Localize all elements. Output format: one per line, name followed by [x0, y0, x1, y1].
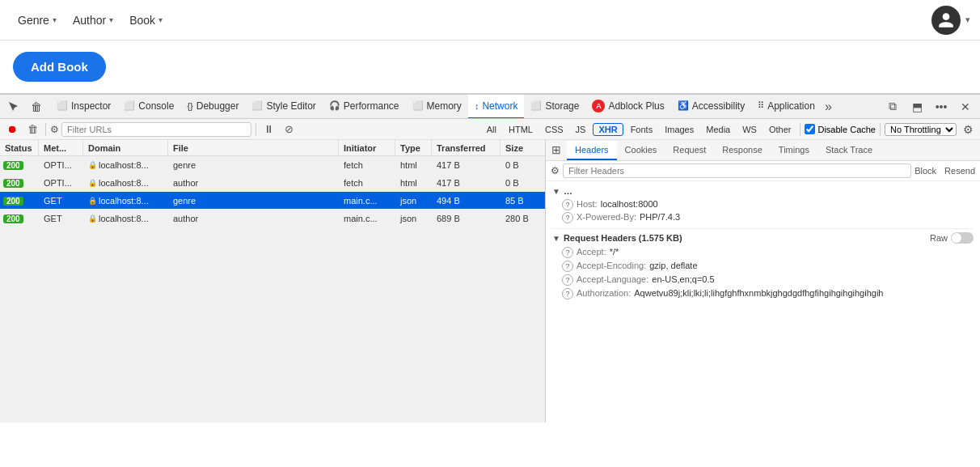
more-options-btn[interactable]: •••: [930, 96, 953, 118]
col-header-transferred: Transferred: [432, 140, 501, 155]
network-icon: ↕: [475, 101, 479, 111]
split-pane-btn[interactable]: ⬒: [906, 96, 928, 118]
disable-cache-checkbox[interactable]: Disable Cache: [805, 124, 876, 134]
header-name: Host:: [577, 199, 598, 209]
nav-item-book[interactable]: Book ▾: [121, 0, 171, 40]
header-value: en-US,en;q=0.5: [652, 274, 714, 284]
tab-headers[interactable]: Headers: [567, 141, 617, 160]
request-headers-section: ▼ Request Headers (1.575 KB) Raw ? Accep…: [552, 228, 974, 299]
close-devtools-btn[interactable]: ✕: [954, 96, 977, 118]
tab-timings[interactable]: Timings: [771, 141, 817, 160]
clear-icon-btn[interactable]: 🗑: [26, 96, 47, 117]
header-value: localhost:8000: [601, 199, 658, 209]
nav-item-author[interactable]: Author ▾: [65, 0, 121, 40]
tab-application[interactable]: ⠿ Application: [751, 95, 822, 119]
filter-urls-input[interactable]: [61, 122, 251, 137]
tab-performance[interactable]: 🎧 Performance: [323, 95, 406, 119]
tab-network[interactable]: ↕ Network: [468, 95, 525, 119]
header-name: Accept:: [577, 247, 606, 257]
resend-button[interactable]: Resend: [944, 166, 975, 176]
tab-cookies[interactable]: Cookies: [617, 141, 665, 160]
col-header-file: File: [168, 140, 339, 155]
tab-console[interactable]: ⬜ Console: [117, 95, 180, 119]
table-row[interactable]: 200 OPTI... 🔒localhost:8... genre fetch …: [0, 156, 545, 174]
help-icon[interactable]: ?: [562, 247, 573, 258]
add-book-button[interactable]: Add Book: [13, 52, 106, 82]
filter-type-all[interactable]: All: [482, 124, 501, 135]
table-row[interactable]: 200 GET 🔒localhost:8... genre main.c... …: [0, 192, 545, 210]
avatar[interactable]: [931, 6, 961, 35]
header-name: Accept-Language:: [577, 274, 648, 284]
table-row[interactable]: 200 GET 🔒localhost:8... author main.c...…: [0, 210, 545, 227]
block-button[interactable]: Block: [915, 166, 936, 176]
tab-debugger[interactable]: {} Debugger: [180, 95, 245, 119]
adblock-icon: A: [592, 100, 605, 113]
raw-toggle-switch[interactable]: [951, 232, 974, 244]
help-icon[interactable]: ?: [562, 288, 573, 299]
col-header-size: Size: [501, 140, 545, 155]
request-header-row-accept-language: ? Accept-Language: en-US,en;q=0.5: [552, 274, 974, 286]
clear-requests-btn[interactable]: ⊘: [281, 121, 298, 138]
filter-type-fonts[interactable]: Fonts: [626, 124, 658, 135]
filter-type-css[interactable]: CSS: [540, 124, 568, 135]
cell-file: author: [168, 214, 339, 223]
help-icon[interactable]: ?: [562, 199, 573, 210]
filter-btn[interactable]: 🗑: [23, 121, 41, 138]
request-headers-title[interactable]: ▼ Request Headers (1.575 KB) Raw: [552, 228, 974, 244]
filter-type-js[interactable]: JS: [571, 124, 591, 135]
header-value: gzip, deflate: [649, 261, 697, 270]
response-headers-title[interactable]: ▼ …: [552, 186, 974, 196]
filter-type-other[interactable]: Other: [764, 124, 796, 135]
request-header-row-authorization: ? Authorization: Aqwetvu89j;kli;lki;li;l…: [552, 288, 974, 299]
cell-initiator: fetch: [339, 160, 395, 170]
cell-method: GET: [39, 196, 83, 206]
help-icon[interactable]: ?: [562, 212, 573, 223]
devtools-tab-bar: 🗑 ⬜ Inspector ⬜ Console {} Debugger ⬜ St…: [0, 95, 980, 119]
cell-transferred: 494 B: [432, 196, 501, 206]
responsive-design-btn[interactable]: ⧉: [881, 96, 904, 118]
avatar-chevron-icon[interactable]: ▾: [965, 15, 970, 25]
cell-method: OPTI...: [39, 160, 83, 170]
cell-file: author: [168, 178, 339, 188]
tab-response[interactable]: Response: [714, 141, 771, 160]
nav-item-genre[interactable]: Genre ▾: [10, 0, 65, 40]
request-detail-tabs: ⊞ Headers Cookies Request Response Timin…: [546, 140, 980, 161]
tab-accessibility[interactable]: ♿ Accessibility: [671, 95, 751, 119]
collapse-icon: ▼: [552, 187, 560, 196]
inspect-icon-btn[interactable]: [3, 96, 24, 117]
rd-tab-messages-btn[interactable]: ⊞: [546, 140, 567, 160]
author-chevron-icon: ▾: [109, 15, 113, 24]
cell-status: 200: [0, 214, 39, 223]
tab-more-button[interactable]: »: [822, 100, 835, 114]
filter-type-media[interactable]: Media: [701, 124, 735, 135]
tab-adblock[interactable]: A Adblock Plus: [585, 95, 670, 119]
help-icon[interactable]: ?: [562, 274, 573, 286]
filter-type-images[interactable]: Images: [660, 124, 699, 135]
record-btn[interactable]: ⏺: [3, 121, 21, 138]
pause-btn[interactable]: ⏸: [260, 121, 278, 138]
raw-toggle: Raw: [930, 232, 974, 244]
cell-type: json: [395, 196, 432, 206]
tab-inspector[interactable]: ⬜ Inspector: [50, 95, 117, 119]
genre-chevron-icon: ▾: [53, 15, 57, 24]
throttling-select[interactable]: No Throttling: [885, 123, 957, 136]
tab-memory[interactable]: ⬜ Memory: [406, 95, 468, 119]
collapse-icon: ▼: [552, 234, 560, 243]
filter-headers-input[interactable]: [563, 163, 911, 178]
tab-stack-trace[interactable]: Stack Trace: [817, 141, 881, 160]
filter-type-html[interactable]: HTML: [504, 124, 538, 135]
tab-style-editor[interactable]: ⬜ Style Editor: [245, 95, 322, 119]
cell-status: 200: [0, 178, 39, 188]
filter-type-ws[interactable]: WS: [737, 124, 762, 135]
table-row[interactable]: 200 OPTI... 🔒localhost:8... author fetch…: [0, 174, 545, 192]
network-settings-gear-btn[interactable]: ⚙: [959, 121, 977, 138]
filter-type-xhr[interactable]: XHR: [593, 123, 623, 136]
header-value: */*: [610, 247, 619, 257]
tab-storage[interactable]: ⬜ Storage: [524, 95, 585, 119]
col-header-domain: Domain: [83, 140, 168, 155]
tab-request[interactable]: Request: [665, 141, 714, 160]
dt-toolbar-left: 🗑: [3, 96, 47, 117]
cell-transferred: 417 B: [432, 178, 501, 188]
col-header-method: Met...: [39, 140, 83, 155]
help-icon[interactable]: ?: [562, 261, 573, 272]
